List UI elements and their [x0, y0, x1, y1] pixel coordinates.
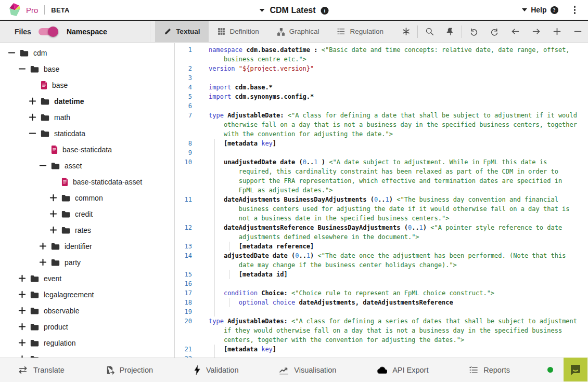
code-line-content	[198, 279, 588, 288]
expand-icon[interactable]	[18, 322, 27, 331]
tree-item-event[interactable]: event	[0, 270, 174, 286]
code-line-content: dateAdjustmentsReference BusinessDayAdju…	[198, 223, 588, 242]
tab-regulation[interactable]: Regulation	[328, 21, 392, 42]
line-number: 19	[175, 307, 198, 317]
tree-item-label: common	[75, 194, 103, 202]
tree-item-base[interactable]: base	[0, 77, 174, 93]
tree-item-legalagreement[interactable]: legalagreement	[0, 286, 174, 302]
bottom-action-projection[interactable]: Projection	[105, 365, 153, 375]
namespace-label: Namespace	[67, 28, 107, 36]
tree-item-label: event	[44, 274, 61, 283]
indent-guide	[214, 270, 215, 279]
code-token: "${project.version}"	[239, 65, 314, 72]
expand-icon[interactable]	[49, 209, 58, 218]
tab-definition[interactable]: Definition	[209, 21, 267, 42]
tree-item-base-staticdata[interactable]: base-staticdata	[0, 141, 174, 157]
code-token: cdm.base.datetime :	[246, 46, 322, 54]
line-number: 2	[175, 64, 198, 73]
info-icon[interactable]: i	[321, 7, 329, 15]
bottom-action-translate[interactable]: Translate	[18, 365, 65, 375]
expand-icon[interactable]	[49, 193, 58, 202]
code-line-content: optional choice dateAdjustments, dateAdj…	[198, 298, 588, 307]
bottom-action-label: API Export	[392, 366, 428, 374]
expand-icon[interactable]	[49, 226, 58, 234]
code-editor[interactable]: 1namespace cdm.base.datetime : <"Basic d…	[175, 43, 588, 358]
bottom-action-reports[interactable]: Reports	[469, 366, 510, 374]
tree-item-math[interactable]: math	[0, 109, 174, 125]
tab-graphical[interactable]: Graphical	[268, 21, 328, 42]
expand-icon[interactable]	[39, 258, 47, 267]
expand-icon[interactable]	[28, 97, 37, 106]
validation-icon	[194, 365, 201, 375]
expand-icon[interactable]	[28, 113, 37, 122]
folder-icon	[30, 65, 39, 73]
tab-label: Textual	[176, 28, 200, 35]
bottom-action-validation[interactable]: Validation	[194, 365, 239, 375]
arrow-right-button[interactable]	[526, 21, 546, 43]
folder-icon	[30, 323, 39, 331]
code-line-content	[198, 148, 588, 157]
folder-icon	[41, 130, 49, 137]
collapse-icon[interactable]	[18, 64, 27, 73]
folder-icon	[41, 98, 49, 105]
chevron-down-icon	[259, 9, 264, 12]
tree-item-base[interactable]: base	[0, 61, 174, 77]
files-namespace-toggle[interactable]	[39, 28, 57, 35]
expand-icon[interactable]	[18, 338, 27, 347]
chat-launcher-button[interactable]	[564, 358, 587, 381]
tab-textual[interactable]: Textual	[155, 21, 209, 42]
redo-button[interactable]	[484, 21, 505, 43]
app-window: Pro BETA CDM Latest i Help ? Files Names…	[0, 0, 588, 382]
code-line-content: [metadata key]	[198, 139, 588, 148]
code-line-content: type AdjustableDate: <"A class for defin…	[198, 111, 588, 139]
tree-item-party[interactable]: party	[0, 254, 174, 270]
collapse-icon[interactable]	[39, 161, 47, 170]
tree-item-asset[interactable]: asset	[0, 157, 174, 174]
tree-item-cdm[interactable]: cdm	[0, 45, 174, 61]
plus-button[interactable]	[546, 21, 567, 43]
search-button[interactable]	[419, 21, 440, 43]
collapse-icon[interactable]	[28, 129, 37, 138]
model-selector[interactable]: CDM Latest i	[259, 0, 328, 21]
tree-item-product[interactable]: product	[0, 319, 174, 335]
code-token: )	[423, 224, 430, 231]
tree-item-label: math	[54, 113, 70, 122]
tree-item-label: asset	[65, 162, 82, 170]
undo-button[interactable]	[463, 21, 484, 43]
code-line: 19	[175, 307, 588, 317]
tree-item-identifier[interactable]: identifier	[0, 238, 174, 254]
tree-item-staticdata[interactable]: staticdata	[0, 125, 174, 141]
asterisk-button[interactable]	[395, 21, 416, 43]
indent-guide	[214, 139, 215, 148]
tree-item-base-staticdata-asset[interactable]: base-staticdata-asset	[0, 174, 174, 190]
code-line: 18optional choice dateAdjustments, dateA…	[175, 298, 588, 307]
expand-icon[interactable]	[18, 274, 27, 283]
expand-icon[interactable]	[39, 242, 47, 251]
code-token: type	[209, 318, 227, 325]
tree-item-regulation[interactable]: regulation	[0, 335, 174, 351]
tree-item[interactable]	[0, 351, 174, 358]
tree-item-datetime[interactable]: datetime	[0, 93, 174, 109]
kebab-menu-icon[interactable]	[569, 4, 581, 16]
bottom-action-label: Visualisation	[294, 366, 336, 374]
expand-icon[interactable]	[18, 306, 27, 315]
expand-icon[interactable]	[18, 290, 27, 299]
minus-button[interactable]	[567, 21, 588, 43]
code-line-content: import cdm.synonyms.config.*	[198, 92, 588, 101]
code-line-content: condition Choice: <"Choice rule to repre…	[198, 288, 588, 298]
tree-item-observable[interactable]: observable	[0, 302, 174, 319]
brand: Pro BETA	[7, 3, 70, 17]
tree-item-credit[interactable]: credit	[0, 206, 174, 222]
code-line-content: [metadata id]	[198, 270, 588, 279]
bottom-action-api-export[interactable]: API Export	[377, 366, 428, 374]
code-line: 6	[175, 101, 588, 111]
collapse-icon[interactable]	[7, 48, 16, 57]
tree-item-rates[interactable]: rates	[0, 222, 174, 238]
code-token: 1	[419, 224, 423, 231]
code-token: 1	[386, 196, 389, 203]
tree-item-common[interactable]: common	[0, 190, 174, 206]
help-menu[interactable]: Help ?	[522, 6, 558, 14]
pin-button[interactable]	[440, 21, 461, 43]
arrow-left-button[interactable]	[505, 21, 526, 43]
bottom-action-visualisation[interactable]: Visualisation	[279, 366, 336, 375]
